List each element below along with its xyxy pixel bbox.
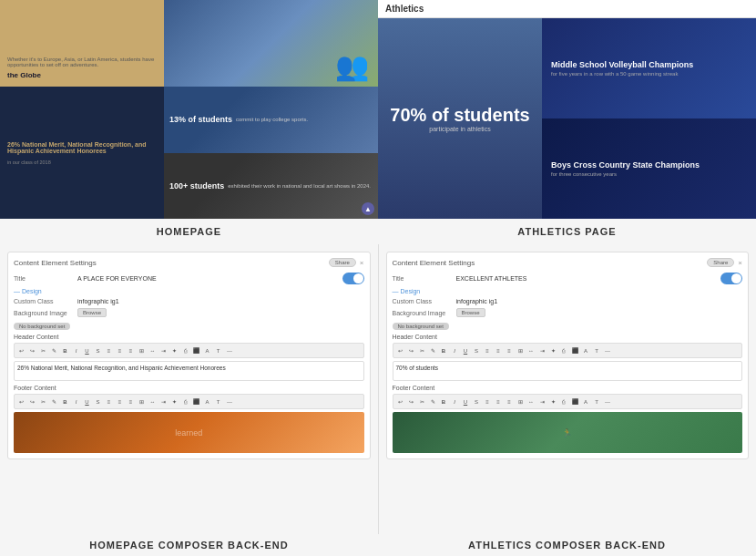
toolbar-undo[interactable]: ↩ [16, 345, 26, 355]
athletics-close-button[interactable]: × [738, 259, 742, 267]
homepage-close-button[interactable]: × [360, 259, 364, 267]
toolbar-list1[interactable]: ≡ [104, 345, 114, 355]
toolbar-underline[interactable]: U [82, 345, 92, 355]
footer-toolbar-align[interactable]: ≡ [126, 396, 136, 407]
toolbar-list2[interactable]: ≡ [115, 345, 125, 355]
hp-stat1: 13% of students commit to play college s… [164, 87, 378, 153]
ath-footer-indent[interactable]: ⇥ [537, 396, 547, 407]
footer-toolbar-strike[interactable]: S [93, 396, 103, 407]
ath-toolbar-font-color[interactable]: A [581, 345, 591, 355]
toolbar-strike[interactable]: S [93, 345, 103, 355]
ath-footer-list1[interactable]: ≡ [483, 396, 493, 407]
homepage-custom-class-value: infographic ig1 [77, 298, 364, 304]
footer-toolbar-color[interactable]: ⬛ [191, 396, 201, 407]
footer-toolbar-text[interactable]: T [213, 396, 223, 407]
footer-toolbar-link[interactable]: ↔ [148, 396, 158, 407]
footer-toolbar-list1[interactable]: ≡ [104, 396, 114, 407]
ath-footer-more[interactable]: ⋯ [603, 396, 613, 407]
footer-toolbar-underline[interactable]: U [82, 396, 92, 407]
toolbar-indent[interactable]: ⇥ [158, 345, 169, 355]
athletics-toggle[interactable] [720, 273, 742, 284]
footer-toolbar-indent[interactable]: ⇥ [158, 396, 169, 407]
toolbar-bold[interactable]: B [60, 345, 70, 355]
footer-toolbar-print[interactable]: ⎙ [180, 396, 190, 407]
toolbar-cut[interactable]: ✂ [38, 345, 48, 355]
ath-footer-font-color[interactable]: A [581, 396, 591, 407]
homepage-share-button[interactable]: Share [329, 258, 356, 267]
footer-toolbar-cut[interactable]: ✂ [38, 396, 48, 407]
ath-footer-underline[interactable]: U [461, 396, 471, 407]
hp-heading: the Globe [7, 71, 157, 79]
toolbar-font-color[interactable]: A [202, 345, 212, 355]
footer-toolbar-more[interactable]: ⋯ [224, 396, 234, 407]
toolbar-align[interactable]: ≡ [126, 345, 136, 355]
ath-toolbar-bold[interactable]: B [439, 345, 449, 355]
ath-toolbar-italic[interactable]: I [450, 345, 460, 355]
ath-toolbar-edit[interactable]: ✎ [428, 345, 438, 355]
ath-footer-undo[interactable]: ↩ [395, 396, 405, 407]
ath-toolbar-indent[interactable]: ⇥ [537, 345, 547, 355]
ap-right-panel: Middle School Volleyball Champions for f… [542, 18, 756, 219]
athletics-header-text-area[interactable]: 70% of students [393, 361, 743, 381]
ath-toolbar-link[interactable]: ↔ [526, 345, 536, 355]
ath-footer-italic[interactable]: I [450, 396, 460, 407]
ath-footer-bold[interactable]: B [439, 396, 449, 407]
ath-footer-color[interactable]: ⬛ [570, 396, 580, 407]
toolbar-print[interactable]: ⎙ [180, 345, 190, 355]
toolbar-redo[interactable]: ↪ [27, 345, 37, 355]
ath-footer-edit[interactable]: ✎ [428, 396, 438, 407]
ath-toolbar-strike[interactable]: S [472, 345, 482, 355]
ath-footer-cut[interactable]: ✂ [417, 396, 427, 407]
ap-content: 70% of students participate in athletics… [378, 18, 756, 219]
ath-toolbar-list1[interactable]: ≡ [483, 345, 493, 355]
ath-footer-list2[interactable]: ≡ [494, 396, 504, 407]
footer-toolbar-edit[interactable]: ✎ [49, 396, 59, 407]
ath-toolbar-list2[interactable]: ≡ [494, 345, 504, 355]
ath-toolbar-text[interactable]: T [592, 345, 602, 355]
toolbar-color[interactable]: ⬛ [191, 345, 201, 355]
athletics-share-button[interactable]: Share [707, 258, 734, 267]
footer-toolbar-list2[interactable]: ≡ [115, 396, 125, 407]
ath-footer-strike[interactable]: S [472, 396, 482, 407]
ath-footer-print[interactable]: ⎙ [559, 396, 569, 407]
athletics-design-link[interactable]: — Design [393, 288, 743, 294]
footer-toolbar-table[interactable]: ⊞ [137, 396, 147, 407]
ath-toolbar-special[interactable]: ✦ [548, 345, 558, 355]
ath-footer-align[interactable]: ≡ [505, 396, 515, 407]
ap-crosscountry-title: Boys Cross Country State Champions [551, 160, 747, 170]
ath-toolbar-table[interactable]: ⊞ [516, 345, 526, 355]
ath-toolbar-undo[interactable]: ↩ [395, 345, 405, 355]
ath-toolbar-more[interactable]: ⋯ [603, 345, 613, 355]
homepage-browse-button[interactable]: Browse [77, 308, 107, 317]
homepage-toggle[interactable] [342, 273, 364, 284]
toolbar-italic[interactable]: I [71, 345, 81, 355]
footer-toolbar-font-color[interactable]: A [202, 396, 212, 407]
homepage-design-link[interactable]: — Design [14, 288, 364, 294]
footer-toolbar-italic[interactable]: I [71, 396, 81, 407]
ath-toolbar-cut[interactable]: ✂ [417, 345, 427, 355]
ath-toolbar-align[interactable]: ≡ [505, 345, 515, 355]
toolbar-more[interactable]: ⋯ [224, 345, 234, 355]
toolbar-edit[interactable]: ✎ [49, 345, 59, 355]
ath-toolbar-print[interactable]: ⎙ [559, 345, 569, 355]
ath-footer-redo[interactable]: ↪ [406, 396, 416, 407]
ath-toolbar-color[interactable]: ⬛ [570, 345, 580, 355]
athletics-browse-button[interactable]: Browse [456, 308, 485, 317]
toolbar-link[interactable]: ↔ [148, 345, 158, 355]
ath-footer-link[interactable]: ↔ [526, 396, 536, 407]
footer-toolbar-redo[interactable]: ↪ [27, 396, 37, 407]
ath-toolbar-redo[interactable]: ↪ [406, 345, 416, 355]
footer-toolbar-undo[interactable]: ↩ [16, 396, 26, 407]
footer-toolbar-bold[interactable]: B [60, 396, 70, 407]
footer-toolbar-special[interactable]: ✦ [169, 396, 179, 407]
scroll-button[interactable]: ▲ [362, 202, 374, 215]
toolbar-table[interactable]: ⊞ [137, 345, 147, 355]
toolbar-special[interactable]: ✦ [169, 345, 179, 355]
ath-footer-special[interactable]: ✦ [548, 396, 558, 407]
toolbar-text[interactable]: T [213, 345, 223, 355]
ath-footer-text[interactable]: T [592, 396, 602, 407]
athletics-header-content-label: Header Content [393, 334, 743, 340]
homepage-header-text-area[interactable]: 26% National Merit, National Recognition… [14, 361, 364, 381]
ath-footer-table[interactable]: ⊞ [516, 396, 526, 407]
ath-toolbar-underline[interactable]: U [461, 345, 471, 355]
